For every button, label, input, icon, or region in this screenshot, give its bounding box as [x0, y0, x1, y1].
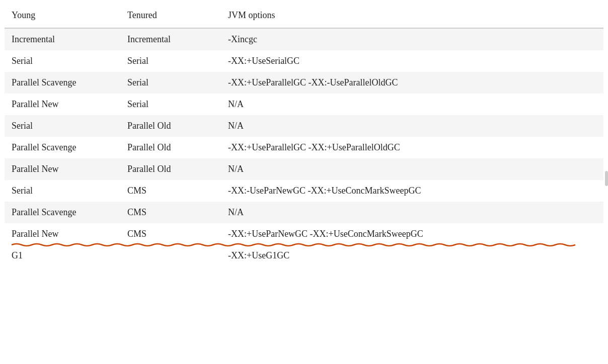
header-tenured: Tenured: [120, 5, 221, 28]
table-row: SerialCMS-XX:-UseParNewGC -XX:+UseConcMa…: [5, 180, 603, 202]
table-row: Parallel NewParallel OldN/A: [5, 158, 603, 180]
cell-tenured: CMS: [120, 180, 221, 202]
cell-jvm: -XX:-UseParNewGC -XX:+UseConcMarkSweepGC: [221, 180, 603, 202]
cell-young: Parallel Scavenge: [5, 72, 120, 94]
cell-jvm: -XX:+UseParallelGC -XX:-UseParallelOldGC: [221, 72, 603, 94]
cell-tenured: Parallel Old: [120, 137, 221, 158]
table-row: G1-XX:+UseG1GC: [5, 245, 603, 266]
cell-tenured: Parallel Old: [120, 158, 221, 180]
header-young: Young: [5, 5, 120, 28]
table-row: Parallel ScavengeParallel Old-XX:+UsePar…: [5, 137, 603, 158]
cell-young: Parallel Scavenge: [5, 202, 120, 223]
cell-tenured: CMS: [120, 202, 221, 223]
table-row: SerialSerial-XX:+UseSerialGC: [5, 50, 603, 72]
gc-options-table: Young Tenured JVM options IncrementalInc…: [5, 5, 603, 266]
cell-young: Parallel New: [5, 94, 120, 115]
cell-young: Serial: [5, 180, 120, 202]
cell-jvm: -XX:+UseSerialGC: [221, 50, 603, 72]
cell-tenured: Serial: [120, 72, 221, 94]
cell-jvm: N/A: [221, 158, 603, 180]
scrollbar[interactable]: [605, 171, 608, 186]
table-row: SerialParallel OldN/A: [5, 115, 603, 137]
cell-young: Incremental: [5, 28, 120, 50]
cell-young: Parallel Scavenge: [5, 137, 120, 158]
cell-tenured: [120, 245, 221, 266]
cell-jvm: N/A: [221, 202, 603, 223]
cell-jvm: -XX:+UseG1GC: [221, 245, 603, 266]
table-row: Parallel ScavengeCMSN/A: [5, 202, 603, 223]
table-row: Parallel ScavengeSerial-XX:+UseParallelG…: [5, 72, 603, 94]
table-header-row: Young Tenured JVM options: [5, 5, 603, 28]
cell-jvm: -Xincgc: [221, 28, 603, 50]
cell-tenured: Incremental: [120, 28, 221, 50]
cell-young: G1: [5, 245, 120, 266]
cell-jvm: N/A: [221, 115, 603, 137]
table-row: IncrementalIncremental-Xincgc: [5, 28, 603, 50]
cell-young: Serial: [5, 115, 120, 137]
cell-young: Parallel New: [5, 158, 120, 180]
cell-jvm: -XX:+UseParallelGC -XX:+UseParallelOldGC: [221, 137, 603, 158]
cell-jvm: N/A: [221, 94, 603, 115]
table-row: Parallel NewSerialN/A: [5, 94, 603, 115]
cell-young: Serial: [5, 50, 120, 72]
cell-tenured: Parallel Old: [120, 115, 221, 137]
cell-tenured: Serial: [120, 94, 221, 115]
cell-tenured: Serial: [120, 50, 221, 72]
header-jvm: JVM options: [221, 5, 603, 28]
gc-table-container: Young Tenured JVM options IncrementalInc…: [5, 0, 603, 271]
